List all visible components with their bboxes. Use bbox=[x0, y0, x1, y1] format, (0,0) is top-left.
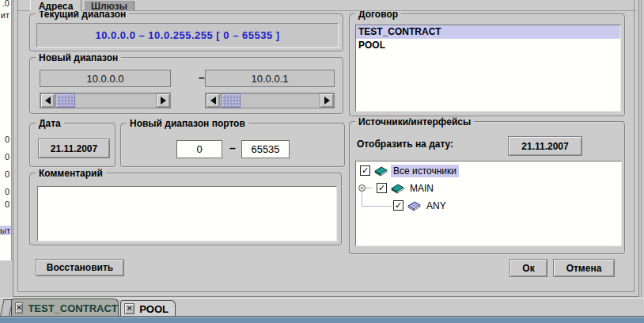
tree-row-any[interactable]: ANY bbox=[393, 199, 449, 212]
current-range-value: 10.0.0.0 – 10.0.255.255 [ 0 – 65535 ] bbox=[36, 23, 339, 48]
scrollbar-thumb[interactable] bbox=[221, 93, 241, 108]
restore-button[interactable]: Восстановить bbox=[36, 259, 124, 276]
arrow-right-icon bbox=[324, 97, 330, 104]
book-icon bbox=[374, 165, 388, 177]
checkbox-checked-icon[interactable] bbox=[377, 183, 387, 193]
tab-addresses-label: Адреса bbox=[39, 1, 74, 11]
scroll-left-button[interactable] bbox=[40, 93, 55, 108]
bg-table-cell-selected: ыт bbox=[0, 226, 11, 235]
bottom-tab-test-contract[interactable]: ✕ TEST_CONTRACT bbox=[11, 298, 119, 317]
comment-group: Комментарий bbox=[29, 173, 343, 246]
current-range-group: Текущий диапазон 10.0.0.0 – 10.0.255.255… bbox=[29, 13, 344, 52]
contract-list-item[interactable]: POOL bbox=[356, 39, 620, 52]
book-icon bbox=[391, 183, 404, 194]
bg-table-cell: 0 bbox=[5, 135, 9, 144]
bg-table-cell: 0 bbox=[5, 169, 9, 179]
contract-list-item[interactable]: TEST_CONTRACT bbox=[356, 25, 620, 39]
sources-title: Источники/интерфейсы bbox=[355, 116, 474, 127]
contract-list[interactable]: TEST_CONTRACT POOL bbox=[355, 25, 621, 112]
bg-fragment-text: .0 bbox=[2, 0, 9, 8]
tree-connector bbox=[366, 188, 373, 188]
bg-table-cell: 0 bbox=[5, 152, 9, 162]
bottom-tab-pool[interactable]: ✕ POOL bbox=[120, 300, 176, 317]
date-group-title: Дата bbox=[36, 118, 64, 129]
background-window-fragment: .0 ит 0 0 0 0 0 ыт bbox=[0, 0, 12, 260]
tree-item-label[interactable]: MAIN bbox=[407, 182, 436, 195]
range-to-field[interactable] bbox=[205, 70, 335, 87]
scroll-left-button[interactable] bbox=[206, 93, 220, 108]
tree-connector bbox=[362, 192, 362, 206]
comment-title: Комментарий bbox=[36, 168, 106, 179]
display-date-label: Отобразить на дату: bbox=[357, 139, 453, 150]
port-separator: – bbox=[229, 142, 236, 154]
window-border-line bbox=[641, 0, 642, 298]
range-separator: – bbox=[199, 71, 205, 84]
bg-fragment-text: ит bbox=[1, 10, 9, 20]
new-range-group: Новый диапазон – bbox=[29, 57, 344, 115]
tree-row-all-sources[interactable]: Все источники bbox=[360, 164, 459, 177]
scroll-right-button[interactable] bbox=[156, 93, 170, 108]
arrow-left-icon bbox=[45, 97, 51, 104]
arrow-left-icon bbox=[210, 97, 216, 104]
tab-gateways-label: Шлюзы bbox=[91, 1, 127, 11]
tree-item-label[interactable]: Все источники bbox=[391, 165, 459, 177]
port-range-group: Новый диапазон портов – bbox=[120, 123, 346, 168]
tab-addresses[interactable]: Адреса bbox=[30, 0, 81, 11]
address-range-dialog: Адреса Шлюзы Текущий диапазон 10.0.0.0 –… bbox=[13, 0, 639, 297]
tab-gateways[interactable]: Шлюзы bbox=[84, 1, 134, 11]
tree-collapse-icon[interactable] bbox=[358, 184, 366, 192]
bottom-tab-label: POOL bbox=[139, 303, 169, 315]
contract-group: Договор TEST_CONTRACT POOL bbox=[349, 13, 626, 117]
checkbox-checked-icon[interactable] bbox=[393, 200, 403, 211]
checkbox-checked-icon[interactable] bbox=[360, 165, 370, 176]
scrollbar-track[interactable] bbox=[220, 93, 320, 108]
date-button[interactable]: 21.11.2007 bbox=[38, 139, 110, 158]
scrollbar-track[interactable] bbox=[55, 93, 156, 108]
tree-row-main[interactable]: MAIN bbox=[377, 181, 436, 195]
scroll-right-button[interactable] bbox=[320, 93, 334, 108]
ok-button[interactable]: Ок bbox=[510, 259, 547, 277]
cancel-button[interactable]: Отмена bbox=[553, 259, 615, 277]
range-from-scrollbar[interactable] bbox=[40, 93, 171, 108]
comment-textarea[interactable] bbox=[37, 186, 337, 241]
display-date-button[interactable]: 21.11.2007 bbox=[508, 136, 582, 156]
range-from-field[interactable] bbox=[40, 70, 171, 87]
bg-table-cell: 0 bbox=[5, 200, 9, 209]
close-icon[interactable]: ✕ bbox=[15, 302, 23, 314]
status-bar bbox=[0, 317, 644, 323]
tree-item-label[interactable]: ANY bbox=[424, 200, 449, 212]
new-range-title: Новый диапазон bbox=[36, 52, 121, 63]
sources-tree[interactable]: Все источники MAIN bbox=[355, 161, 622, 246]
bg-table-cell: 0 bbox=[5, 187, 9, 196]
sources-group: Источники/интерфейсы Отобразить на дату:… bbox=[349, 121, 626, 255]
date-group: Дата 21.11.2007 bbox=[29, 123, 116, 168]
port-to-field[interactable] bbox=[241, 140, 290, 158]
scrollbar-thumb[interactable] bbox=[55, 93, 75, 108]
arrow-right-icon bbox=[161, 97, 166, 104]
bottom-tab-label: TEST_CONTRACT bbox=[28, 302, 117, 314]
close-icon[interactable]: ✕ bbox=[124, 303, 134, 314]
tree-connector bbox=[362, 206, 392, 207]
port-from-field[interactable] bbox=[176, 140, 222, 158]
range-to-scrollbar[interactable] bbox=[205, 93, 335, 108]
book-striped-icon bbox=[407, 200, 421, 211]
port-range-title: Новый диапазон портов bbox=[127, 118, 248, 129]
